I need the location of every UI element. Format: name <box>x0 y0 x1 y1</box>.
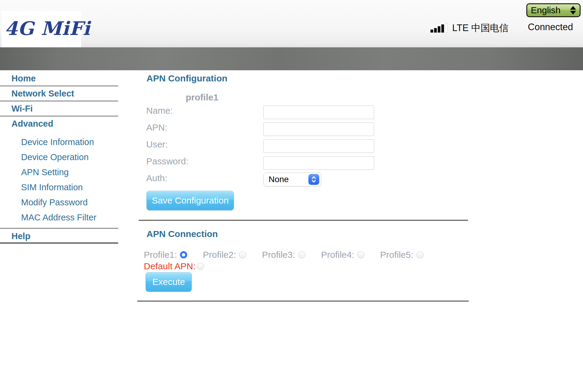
sidebar-item-mac-address-filter[interactable]: MAC Address Filter <box>0 210 118 225</box>
profile-radio-group: Profile1: Profile2: Profile3: Profile4: … <box>144 250 439 260</box>
language-select-value: English <box>531 5 560 15</box>
profile-name-label: profile1 <box>186 92 218 103</box>
default-apn-option: Default APN: <box>144 261 204 271</box>
advanced-submenu: Device Information Device Operation APN … <box>0 134 118 225</box>
profile2-option: Profile2: <box>203 250 262 260</box>
sidebar-item-apn-setting[interactable]: APN Setting <box>0 165 118 180</box>
select-spinner-icon <box>308 174 319 185</box>
auth-select-value: None <box>269 175 289 184</box>
name-field-label: Name: <box>146 106 173 116</box>
sidebar-item-modify-password[interactable]: Modify Password <box>0 195 118 210</box>
top-nav-bar <box>0 47 583 70</box>
sidebar-item-home[interactable]: Home <box>0 71 118 86</box>
apn-configuration-title: APN Configuration <box>147 73 227 84</box>
profile4-radio[interactable] <box>357 251 364 258</box>
profile2-label: Profile2: <box>203 250 236 260</box>
profile5-radio[interactable] <box>416 251 424 258</box>
profile1-label: Profile1: <box>144 250 177 260</box>
sidebar: Home Network Select Wi-Fi Advanced Devic… <box>0 71 118 244</box>
language-select[interactable]: English <box>526 3 581 17</box>
logo-box: 4G MiFi <box>2 11 81 47</box>
auth-select[interactable]: None <box>263 172 321 186</box>
section-divider <box>139 220 468 221</box>
profile3-option: Profile3: <box>262 250 321 260</box>
sidebar-item-wifi[interactable]: Wi-Fi <box>0 101 118 116</box>
user-field-label: User: <box>146 139 168 150</box>
profile4-option: Profile4: <box>321 250 380 260</box>
logo: 4G MiFi <box>5 17 90 40</box>
save-configuration-button[interactable]: Save Configuration <box>147 191 234 210</box>
header: 4G MiFi English LTE 中国电信 Connected <box>0 0 583 47</box>
sidebar-item-sim-information[interactable]: SIM Information <box>0 180 118 195</box>
password-field-label: Password: <box>146 156 188 166</box>
auth-field-label: Auth: <box>146 173 167 183</box>
profile5-option: Profile5: <box>380 250 439 260</box>
sidebar-item-advanced[interactable]: Advanced <box>0 116 118 131</box>
apn-connection-title: APN Connection <box>147 229 218 239</box>
signal-strength-icon <box>430 24 448 33</box>
connection-status: Connected <box>528 22 573 33</box>
page: 4G MiFi English LTE 中国电信 Connected Home … <box>0 0 583 392</box>
apn-field-label: APN: <box>146 122 167 133</box>
user-input[interactable] <box>263 139 374 153</box>
profile5-label: Profile5: <box>380 250 413 260</box>
execute-button[interactable]: Execute <box>146 272 192 291</box>
sidebar-item-help[interactable]: Help <box>0 228 118 244</box>
sidebar-item-device-operation[interactable]: Device Operation <box>0 150 118 165</box>
profile1-option: Profile1: <box>144 250 203 260</box>
profile1-radio[interactable] <box>180 251 187 258</box>
sidebar-item-network-select[interactable]: Network Select <box>0 86 118 101</box>
profile3-radio[interactable] <box>298 251 305 258</box>
default-apn-radio[interactable] <box>197 263 204 270</box>
profile3-label: Profile3: <box>262 250 295 260</box>
profile2-radio[interactable] <box>239 251 246 258</box>
name-input[interactable] <box>263 106 374 119</box>
password-input[interactable] <box>263 156 374 170</box>
select-arrows-icon <box>570 6 576 14</box>
network-label: LTE 中国电信 <box>452 22 509 34</box>
profile4-label: Profile4: <box>321 250 354 260</box>
apn-input[interactable] <box>263 122 374 136</box>
main-content: APN Configuration profile1 Name: APN: Us… <box>139 70 470 311</box>
sidebar-item-device-information[interactable]: Device Information <box>0 134 118 150</box>
default-apn-label: Default APN: <box>144 261 196 271</box>
bottom-divider <box>137 301 469 302</box>
